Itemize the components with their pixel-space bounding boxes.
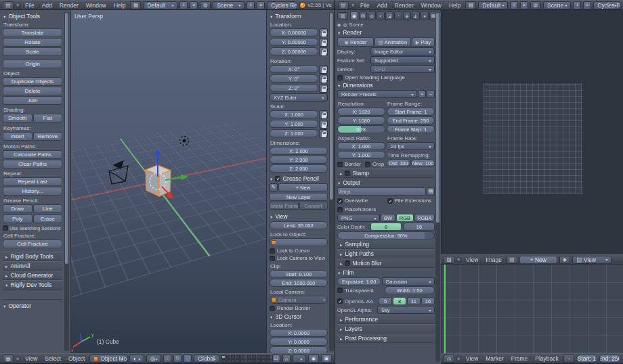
new-image-button[interactable]: +New <box>519 256 557 264</box>
scene-selector[interactable]: Scene <box>213 1 244 9</box>
layer-cell[interactable] <box>226 355 230 359</box>
filter-width-slider[interactable]: Width: 1.50 <box>385 286 435 294</box>
time-sync-icon[interactable]: ◔ <box>563 355 574 363</box>
panel-view[interactable]: View <box>270 213 328 220</box>
panel-cloud-generator[interactable]: Cloud Generator <box>3 271 62 280</box>
panel-layers[interactable]: Layers <box>337 324 435 334</box>
add-layout-button[interactable]: + <box>510 1 518 9</box>
render-presets-selector[interactable]: Render Presets <box>337 90 417 98</box>
tab-scene-icon[interactable]: ◍ <box>368 12 376 20</box>
manipulator-scale-icon[interactable]: ◱ <box>184 355 192 363</box>
editor-type-icon[interactable]: ▦ <box>3 355 14 363</box>
tab-render-layers-icon[interactable]: ▤ <box>359 12 367 20</box>
render-engine-selector[interactable]: Cycles Render <box>267 1 297 9</box>
menu-object[interactable]: Object <box>66 355 88 362</box>
render-opengl-anim-icon[interactable]: ▣ <box>321 355 332 363</box>
lock-to-cursor-checkbox[interactable]: Lock to Cursor <box>270 248 328 254</box>
transform-orientation-selector[interactable]: Global <box>194 355 219 363</box>
close-layout-button[interactable]: × <box>520 1 528 9</box>
layer-cell[interactable] <box>240 359 244 363</box>
resolution-percentage-slider[interactable]: 50% <box>337 125 385 133</box>
cursor-x-field[interactable]: X: 0.0000 <box>270 329 328 337</box>
collapse-menus-icon[interactable] <box>16 357 20 361</box>
menu-image[interactable]: Image <box>483 256 504 263</box>
viewport-shading-selector[interactable]: ◐ <box>129 355 144 363</box>
stamp-checkbox[interactable] <box>345 170 350 176</box>
aa-16-toggle[interactable]: 16 <box>421 297 435 305</box>
pivot-point-selector[interactable]: ◎ <box>146 355 161 363</box>
repeat-last-button[interactable]: Repeat Last <box>3 177 62 186</box>
output-path-field[interactable]: /tmp\ <box>337 187 426 196</box>
editor-type-icon[interactable]: ▤ <box>3 1 14 9</box>
layer-cell[interactable] <box>252 355 256 359</box>
lock-icon[interactable] <box>319 84 328 93</box>
panel-rigify-dev-tools[interactable]: Rigify Dev Tools <box>3 280 62 290</box>
collapse-menus-icon[interactable] <box>456 257 461 262</box>
file-extensions-checkbox[interactable]: File Extensions <box>387 198 435 204</box>
menu-marker[interactable]: Marker <box>483 355 506 362</box>
panel-light-paths[interactable]: Light Paths <box>337 249 435 258</box>
compression-slider[interactable]: Compression: 90% <box>337 231 435 240</box>
cursor-z-field[interactable]: Z: 0.0000 <box>270 346 328 353</box>
overwrite-checkbox[interactable]: Overwrite <box>337 198 385 204</box>
end-frame-field[interactable]: End Frame: 250 <box>387 116 435 124</box>
screen-layout-icon[interactable]: ▦ <box>465 1 476 9</box>
device-selector[interactable]: CPU <box>370 65 435 73</box>
gp-new-button[interactable]: +New <box>278 183 328 191</box>
add-scene-button[interactable]: + <box>246 1 255 9</box>
tab-material-icon[interactable]: ● <box>421 12 429 20</box>
tab-modifiers-icon[interactable]: ◈ <box>403 12 411 20</box>
aspect-y-field[interactable]: Y: 1.000 <box>337 151 385 159</box>
camera-object[interactable] <box>109 161 128 184</box>
render-button[interactable]: ◉Render <box>337 37 374 47</box>
resolution-y-field[interactable]: Y: 1080 <box>337 116 385 124</box>
exposure-slider[interactable]: Exposure: 1.00 <box>337 277 381 286</box>
n-panel-scrollbar[interactable] <box>329 12 334 351</box>
pencil-icon[interactable]: ✎ <box>270 183 278 191</box>
pin-icon[interactable]: ◆ <box>559 256 570 264</box>
layer-cell[interactable] <box>252 359 256 363</box>
panel-3d-cursor[interactable]: 3D Cursor <box>270 313 328 320</box>
screen-layout-icon[interactable]: ▦ <box>130 1 141 9</box>
lock-icon[interactable] <box>319 47 328 56</box>
animation-button[interactable]: ▤Animation <box>374 37 411 47</box>
dim-x-field[interactable]: X: 2.000 <box>270 147 328 155</box>
scrollbar-thumb[interactable] <box>65 13 68 264</box>
tab-render-icon[interactable]: ◉ <box>350 12 358 20</box>
scale-z-field[interactable]: Z: 1.000 <box>270 129 318 137</box>
opengl-aa-checkbox[interactable]: OpenGL AA <box>337 298 378 304</box>
panel-grease-pencil[interactable]: Grease Pencil <box>270 175 328 182</box>
file-format-selector[interactable]: PNG <box>337 214 380 222</box>
clip-end-field[interactable]: End: 1000.000 <box>270 279 328 287</box>
lock-to-object-field[interactable] <box>270 238 328 246</box>
location-x-field[interactable]: X: 0.00000 <box>270 28 318 37</box>
scene-selector[interactable]: Scene <box>543 1 571 9</box>
lock-icon[interactable] <box>319 28 328 37</box>
menu-help[interactable]: Help <box>111 2 128 9</box>
rotation-x-field[interactable]: X: 0° <box>270 65 318 73</box>
dim-y-field[interactable]: Y: 2.000 <box>270 156 328 164</box>
snap-magnet-icon[interactable]: ∩ <box>282 355 291 363</box>
panel-output[interactable]: Output <box>337 179 435 186</box>
close-scene-button[interactable]: × <box>583 1 591 9</box>
bw-toggle[interactable]: BW <box>381 214 395 222</box>
aa-11-toggle[interactable]: 11 <box>407 297 421 305</box>
current-frame-playhead[interactable] <box>444 265 446 353</box>
close-scene-button[interactable]: × <box>257 1 265 9</box>
tool-shelf-scrollbar[interactable] <box>64 12 69 351</box>
mode-selector[interactable]: Object Mode <box>89 355 127 363</box>
history-button[interactable]: History... <box>3 187 62 196</box>
layers-widget[interactable] <box>221 355 270 363</box>
scrollbar-thumb[interactable] <box>330 13 333 200</box>
aa-8-toggle[interactable]: 8 <box>393 297 406 305</box>
join-button[interactable]: Join <box>3 96 62 105</box>
menu-view[interactable]: View <box>463 256 481 263</box>
depth-8-toggle[interactable]: 8 <box>370 223 402 231</box>
location-z-field[interactable]: Z: 0.00000 <box>270 47 318 55</box>
rotate-button[interactable]: Rotate <box>3 38 62 47</box>
menu-render[interactable]: Render <box>392 2 416 9</box>
delete-frame-button[interactable]: Delete Frame <box>270 202 299 210</box>
origin-button[interactable]: Origin <box>3 60 62 68</box>
collapse-menus-icon[interactable] <box>456 357 461 361</box>
screen-layout-selector[interactable]: Default <box>143 1 177 9</box>
